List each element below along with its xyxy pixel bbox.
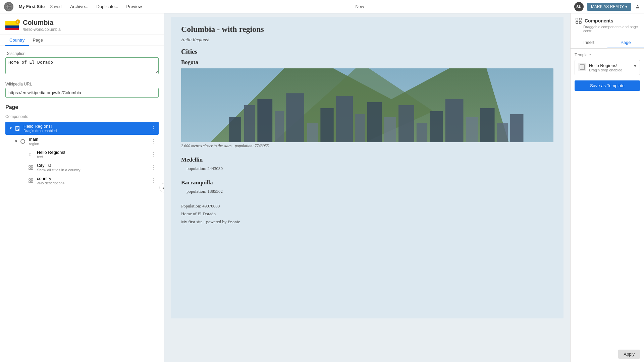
svg-rect-16	[31, 181, 33, 183]
template-item-info: Hello Regions! Drag'n drop enabled	[589, 63, 622, 72]
right-content: Template Hello Regions! Drag'n drop enab…	[571, 49, 644, 346]
tab-country[interactable]: Country	[5, 35, 29, 46]
right-tabs: Insert Page	[571, 37, 644, 49]
svg-rect-41	[576, 18, 578, 20]
comp-menu-icon[interactable]: ⋮	[151, 177, 156, 184]
component-city-list[interactable]: City list Show all cities in a country ⋮	[5, 161, 159, 174]
site-name: My First Site	[19, 4, 45, 9]
comp-name: Hello Regions!	[37, 150, 151, 155]
comp-menu-icon[interactable]: ⋮	[151, 151, 156, 158]
rp-title-text: Components	[585, 18, 613, 23]
svg-rect-27	[336, 96, 353, 142]
preview-hello: Hello Regions!	[181, 37, 553, 43]
page-icon	[13, 124, 21, 132]
toggle-spacer	[21, 152, 27, 157]
chevron-down-icon: ▾	[625, 4, 627, 9]
component-main[interactable]: ▼ main region ⋮	[5, 135, 159, 148]
component-hello-regions[interactable]: ▼ Hello Regions! Drag'n drop enabled ⋮	[5, 122, 159, 135]
svg-rect-9	[29, 166, 31, 167]
entity-info: Columbia /hello-world/columbia	[23, 19, 61, 32]
svg-text:T: T	[29, 153, 31, 157]
svg-rect-35	[466, 117, 478, 142]
saved-badge: Saved	[50, 4, 61, 9]
tab-insert[interactable]: Insert	[571, 37, 607, 48]
footer-line1: Population: 49070000	[181, 202, 553, 210]
comp-menu-icon[interactable]: ⋮	[151, 138, 156, 144]
comp-menu-icon[interactable]: ⋮	[151, 125, 156, 131]
svg-rect-24	[286, 93, 304, 142]
top-actions: Archive... Duplicate... Preview	[67, 3, 145, 10]
flag-warning: !	[15, 19, 20, 24]
svg-rect-37	[497, 123, 508, 142]
wikipedia-label: Wikipedia URL	[5, 82, 159, 86]
entity-path: /hello-world/columbia	[23, 27, 61, 32]
footer-info: Population: 49070000 Home of El Dorado M…	[181, 202, 553, 226]
component-text[interactable]: T Hello Regions! text ⋮	[5, 148, 159, 161]
comp-subtitle: region	[29, 142, 151, 146]
svg-rect-11	[29, 168, 31, 170]
template-label: Template	[575, 53, 640, 57]
rp-subtitle: Draggable components and page contr...	[575, 25, 639, 33]
mark-ready-button[interactable]: MARK AS READY ▾	[587, 3, 631, 11]
preview-cities-heading: Cities	[181, 48, 553, 56]
toggle-spacer	[21, 165, 27, 170]
city-name: Medellin	[181, 157, 553, 163]
page-section-title: Page	[5, 104, 159, 110]
apply-button[interactable]: Apply	[618, 350, 640, 359]
puzzle-icon	[27, 164, 35, 172]
comp-menu-icon[interactable]: ⋮	[151, 164, 156, 171]
svg-rect-22	[257, 99, 272, 142]
city-image-container: 2 600 metres closer to the stars - popul…	[181, 68, 553, 148]
svg-rect-36	[480, 108, 495, 142]
svg-rect-25	[307, 123, 318, 142]
barranquilla-population: population: 1885502	[181, 189, 553, 194]
archive-button[interactable]: Archive...	[67, 3, 92, 10]
toggle-icon: ▼	[13, 139, 19, 144]
template-item[interactable]: Hello Regions! Drag'n drop enabled ▾	[575, 60, 640, 75]
svg-rect-34	[445, 99, 464, 142]
preview-scroll[interactable]: Columbia - with regions Hello Regions! C…	[164, 13, 570, 362]
app-logo	[4, 2, 13, 11]
comp-subtitle: Drag'n drop enabled	[23, 129, 151, 133]
components-label: Components	[5, 114, 159, 119]
svg-point-7	[21, 139, 25, 143]
preview-button[interactable]: Preview	[123, 3, 145, 10]
description-input[interactable]: Home of El Dorado	[5, 57, 159, 74]
description-group: Description Home of El Dorado	[5, 51, 159, 75]
duplicate-button[interactable]: Duplicate...	[93, 3, 122, 10]
bogota-caption: 2 600 metres closer to the stars - popul…	[181, 143, 553, 148]
svg-rect-13	[29, 179, 31, 180]
puzzle-icon	[575, 17, 582, 24]
save-template-button[interactable]: Save as Template	[575, 80, 640, 91]
left-panel: ! Columbia /hello-world/columbia Country…	[0, 13, 164, 362]
component-country[interactable]: country <No description> ⋮	[5, 174, 159, 187]
bogota-image	[181, 68, 553, 142]
entity-name: Columbia	[23, 19, 61, 26]
entity-header: ! Columbia /hello-world/columbia	[0, 13, 164, 35]
preview-frame: Columbia - with regions Hello Regions! C…	[171, 17, 564, 318]
right-panel-header: Components Draggable components and page…	[571, 13, 644, 37]
city-bogota: Bogota	[181, 59, 553, 148]
svg-rect-12	[31, 168, 33, 170]
comp-info: country <No description>	[37, 176, 151, 185]
tab-page[interactable]: Page	[29, 35, 47, 46]
comp-name: main	[29, 137, 151, 142]
avatar: SU	[574, 2, 584, 11]
wikipedia-group: Wikipedia URL	[5, 82, 159, 98]
city-name: Bogota	[181, 59, 553, 66]
rp-title: Components	[575, 17, 639, 24]
template-sub: Drag'n drop enabled	[589, 68, 622, 72]
topbar: My First Site Saved Archive... Duplicate…	[0, 0, 644, 13]
wikipedia-input[interactable]	[5, 88, 159, 98]
left-tabs: Country Page	[0, 35, 164, 46]
city-medellin: Medellin population: 2443030	[181, 157, 553, 171]
circle-icon	[19, 137, 27, 145]
svg-rect-29	[367, 102, 382, 142]
tab-page-right[interactable]: Page	[607, 37, 644, 48]
preview-area: Columbia - with regions Hello Regions! C…	[164, 13, 570, 362]
desktop-icon[interactable]: 🖥	[635, 4, 640, 10]
comp-info: main region	[29, 137, 151, 146]
svg-rect-33	[430, 111, 443, 142]
main-layout: ! Columbia /hello-world/columbia Country…	[0, 13, 644, 362]
template-dropdown-icon[interactable]: ▾	[634, 63, 636, 68]
